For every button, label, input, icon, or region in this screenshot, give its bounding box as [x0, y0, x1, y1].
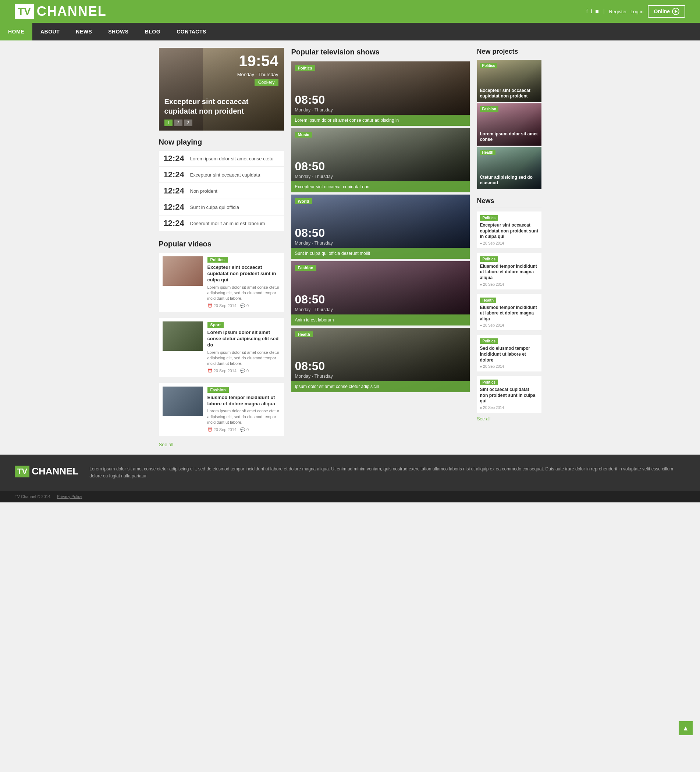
online-button[interactable]: Online	[648, 5, 685, 18]
news-item-5[interactable]: Politics Sint occaecat cupidatat non pro…	[477, 376, 541, 413]
login-link[interactable]: Log in	[630, 9, 643, 14]
hero-dot-3[interactable]: 3	[184, 119, 192, 126]
hero-schedule: Monday - Thursday	[237, 72, 278, 77]
twitter-icon[interactable]: t	[591, 8, 592, 15]
project-tag-2: Fashion	[480, 106, 499, 112]
news-date-2: ● 20 Sep 2014	[480, 283, 538, 286]
news-item-4[interactable]: Politics Sed do eiusmod tempor incididun…	[477, 335, 541, 371]
tv-show-bottom-2: Excepteur sint occaecat cupidatat non	[291, 182, 470, 192]
news-section-title: News	[477, 197, 541, 208]
schedule-item: 12:24 Sunt in culpa qui officia	[159, 200, 284, 215]
news-date-5: ● 20 Sep 2014	[480, 406, 538, 410]
video-item: Politics Excepteur sint occaecat cupidat…	[159, 253, 284, 312]
nav-contacts[interactable]: CONTACTS	[168, 23, 214, 41]
header-divider: |	[603, 8, 605, 14]
tv-show-bottom-4: Anim id est laborum	[291, 314, 470, 325]
schedule-time-2: 12:24	[164, 170, 186, 180]
project-title-2: Lorem ipsum dolor sit amet conse	[480, 131, 538, 143]
hero-dot-1[interactable]: 1	[164, 119, 173, 126]
project-title-1: Excepteur sint occaecat cupidatat non pr…	[480, 88, 538, 99]
project-tag-1: Politics	[480, 63, 498, 69]
news-item-3[interactable]: Health Eiusmod tempor incididunt ut labo…	[477, 294, 541, 330]
hero-title: Excepteur sint occaecat cupidatat non pr…	[164, 97, 278, 116]
footer-copyright: TV Channel © 2014.	[15, 494, 51, 499]
tv-show-desc-5: Ipsum dolor sit amet conse ctetur adipis…	[295, 384, 466, 389]
video-tag-2: Sport	[208, 322, 224, 328]
schedule-time-4: 12:24	[164, 202, 186, 212]
video-date-1: 20 Sep 2014	[208, 303, 237, 308]
news-headline-3: Eiusmod tempor incididunt ut labore et d…	[480, 305, 538, 322]
project-item-3[interactable]: Health Ctetur adipisicing sed do eiusmod	[477, 147, 541, 189]
video-desc-2: Lorem ipsum dolor sit amet conse ctetur …	[208, 350, 280, 367]
nav-shows[interactable]: SHOWS	[100, 23, 136, 41]
video-comments-3: 0	[240, 427, 249, 432]
main-container: 19:54 Monday - Thursday Cookery Excepteu…	[155, 41, 545, 455]
footer-logo: TV CHANNEL	[15, 466, 79, 478]
news-tag-1: Politics	[480, 215, 499, 221]
news-see-all[interactable]: See all	[477, 416, 491, 422]
tv-show-item-2[interactable]: Music 08:50 Monday - Thursday Excepteur …	[291, 128, 470, 192]
video-meta-3: 20 Sep 2014 0	[208, 427, 280, 432]
schedule-time-1: 12:24	[164, 154, 186, 163]
news-headline-4: Sed do eiusmod tempor incididunt ut labo…	[480, 346, 538, 363]
right-column: New projects Politics Excepteur sint occ…	[477, 48, 541, 447]
privacy-policy-link[interactable]: Privacy Policy	[57, 494, 82, 499]
logo-tv: TV	[15, 4, 34, 19]
social-links: f t ■	[586, 8, 599, 15]
video-meta-2: 20 Sep 2014 0	[208, 368, 280, 373]
project-item-2[interactable]: Fashion Lorem ipsum dolor sit amet conse	[477, 103, 541, 146]
tv-show-item-3[interactable]: World 08:50 Monday - Thursday Sunt in cu…	[291, 195, 470, 259]
logo: TV CHANNEL	[15, 4, 107, 19]
nav-blog[interactable]: BLOG	[137, 23, 168, 41]
register-link[interactable]: Register	[609, 9, 627, 14]
now-playing-title: Now playing	[159, 138, 284, 146]
facebook-icon[interactable]: f	[586, 8, 587, 15]
news-item-1[interactable]: Politics Excepteur sint occaecat cupidat…	[477, 211, 541, 248]
footer-bottom: TV Channel © 2014. Privacy Policy	[0, 491, 700, 502]
news-date-4: ● 20 Sep 2014	[480, 365, 538, 368]
video-thumbnail-3[interactable]	[163, 386, 203, 416]
tv-show-item-4[interactable]: Fashion 08:50 Monday - Thursday Anim id …	[291, 261, 470, 325]
hero-pagination: 1 2 3	[164, 119, 192, 126]
video-meta-1: 20 Sep 2014 0	[208, 303, 280, 308]
video-item: Fashion Eiusmod tempor incididunt ut lab…	[159, 383, 284, 436]
nav-news[interactable]: NEWS	[68, 23, 100, 41]
videos-see-all[interactable]: See all	[159, 442, 173, 447]
tv-show-time-5: 08:50	[295, 360, 325, 372]
tv-show-time-3: 08:50	[295, 227, 325, 239]
schedule-item: 12:24 Excepteur sint occaecat cupidata	[159, 167, 284, 182]
news-tag-3: Health	[480, 298, 497, 303]
tv-show-schedule-5: Monday - Thursday	[295, 374, 333, 379]
video-title-2: Lorem ipsum dolor sit amet conse ctetur …	[208, 330, 280, 348]
logo-channel: CHANNEL	[37, 4, 107, 19]
news-item-2[interactable]: Politics Eiusmod tempor incididunt ut la…	[477, 253, 541, 290]
tv-show-time-2: 08:50	[295, 160, 325, 172]
tv-show-desc-1: Lorem ipsum dolor sit amet conse ctetur …	[295, 118, 466, 123]
nav-about[interactable]: ABOUT	[33, 23, 68, 41]
project-item-1[interactable]: Politics Excepteur sint occaecat cupidat…	[477, 60, 541, 102]
play-circle-icon	[672, 8, 679, 15]
left-column: 19:54 Monday - Thursday Cookery Excepteu…	[159, 48, 284, 447]
play-triangle-icon	[675, 10, 677, 13]
tv-show-bottom-5: Ipsum dolor sit amet conse ctetur adipis…	[291, 381, 470, 392]
tv-show-item-5[interactable]: Health 08:50 Monday - Thursday Ipsum dol…	[291, 328, 470, 392]
video-item: Sport Lorem ipsum dolor sit amet conse c…	[159, 318, 284, 377]
header: TV CHANNEL f t ■ | Register Log in Onlin…	[0, 0, 700, 23]
nav-home[interactable]: HOME	[0, 23, 33, 41]
video-thumbnail-1[interactable]	[163, 256, 203, 286]
news-headline-5: Sint occaecat cupidatat non proident sun…	[480, 387, 538, 404]
rss-icon[interactable]: ■	[595, 8, 599, 15]
news-headline-1: Excepteur sint occaecat cupidatat non pr…	[480, 222, 538, 240]
news-tag-4: Politics	[480, 339, 499, 344]
news-list: Politics Excepteur sint occaecat cupidat…	[477, 211, 541, 413]
video-thumbnail-2[interactable]	[163, 321, 203, 351]
tv-show-list: Politics 08:50 Monday - Thursday Lorem i…	[291, 61, 470, 393]
news-tag-5: Politics	[480, 379, 499, 385]
video-tag-1: Politics	[208, 257, 228, 263]
schedule-desc-4: Sunt in culpa qui officia	[190, 204, 239, 210]
hero-dot-2[interactable]: 2	[174, 119, 182, 126]
tv-show-item-1[interactable]: Politics 08:50 Monday - Thursday Lorem i…	[291, 61, 470, 126]
video-desc-1: Lorem ipsum dolor sit amet conse ctetur …	[208, 285, 280, 302]
tv-show-tag-4: Fashion	[295, 265, 316, 271]
main-nav: HOME ABOUT NEWS SHOWS BLOG CONTACTS	[0, 23, 700, 41]
